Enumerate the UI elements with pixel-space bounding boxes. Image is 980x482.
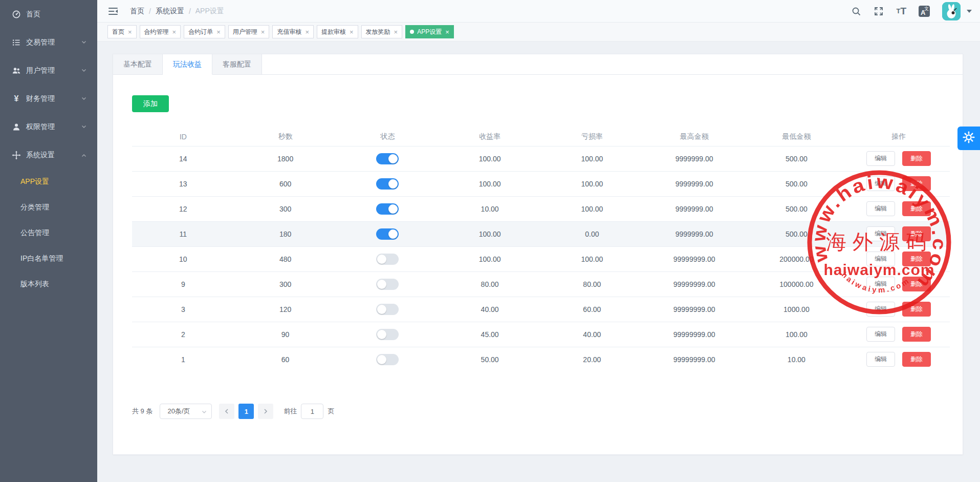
cell-profit-rate: 40.00	[439, 297, 541, 322]
sidebar-item-finance[interactable]: ¥ 财务管理	[0, 85, 97, 113]
delete-button[interactable]: 删除	[902, 302, 931, 317]
avatar[interactable]	[942, 2, 961, 20]
table-row: 13 600 100.00 100.00 9999999.00 500.00 编…	[132, 171, 950, 196]
tag-close-icon[interactable]: ×	[261, 29, 265, 35]
font-size-icon[interactable]: TT	[896, 6, 906, 16]
status-toggle[interactable]	[376, 254, 399, 265]
fullscreen-icon[interactable]	[874, 6, 884, 16]
theme-settings-button[interactable]	[957, 127, 980, 150]
sidebar-item-announcement[interactable]: 公告管理	[0, 220, 97, 246]
status-toggle[interactable]	[376, 329, 399, 340]
cell-profit-rate: 80.00	[439, 271, 541, 297]
edit-button[interactable]: 编辑	[866, 201, 895, 216]
sidebar-item-users[interactable]: 用户管理	[0, 56, 97, 85]
prev-page-button[interactable]	[219, 404, 234, 419]
sidebar-item-ip-whitelist[interactable]: IP白名单管理	[0, 246, 97, 271]
cell-loss-rate: 40.00	[541, 322, 643, 347]
edit-button[interactable]: 编辑	[866, 327, 895, 342]
table-row: 2 90 45.00 40.00 99999999.00 100.00 编辑 删…	[132, 322, 950, 347]
pagination: 共 9 条 20条/页 1 前往 页	[132, 404, 950, 419]
delete-button[interactable]: 删除	[902, 252, 931, 266]
edit-button[interactable]: 编辑	[866, 176, 895, 191]
tag-close-icon[interactable]: ×	[445, 29, 449, 35]
nav-tag[interactable]: 发放奖励 ×	[361, 25, 403, 38]
caret-down-icon[interactable]	[967, 10, 972, 13]
main-area: 首页 / 系统设置 / APP设置 TT A文	[97, 0, 980, 482]
cell-seconds: 60	[234, 347, 337, 372]
sidebar-menu: 首页 交易管理 用户管理 ¥ 财务管理	[0, 0, 97, 297]
tab-play-profit[interactable]: 玩法收益	[163, 54, 212, 75]
translate-icon[interactable]: A文	[919, 6, 930, 17]
tag-close-icon[interactable]: ×	[128, 29, 132, 35]
toggle-knob	[388, 229, 398, 239]
delete-button[interactable]: 删除	[902, 352, 931, 367]
sidebar-item-permission[interactable]: 权限管理	[0, 113, 97, 141]
delete-button[interactable]: 删除	[902, 201, 931, 216]
sidebar-collapse-icon[interactable]	[107, 6, 119, 17]
edit-button[interactable]: 编辑	[866, 302, 895, 317]
nav-tag[interactable]: 合约订单 ×	[184, 25, 225, 38]
nav-tag[interactable]: 首页 ×	[107, 25, 137, 38]
page-size-select[interactable]: 20条/页	[160, 404, 212, 419]
nav-tag[interactable]: 合约管理 ×	[140, 25, 181, 38]
sidebar-item-category[interactable]: 分类管理	[0, 195, 97, 220]
nav-tag[interactable]: 提款审核 ×	[317, 25, 358, 38]
tag-close-icon[interactable]: ×	[350, 29, 354, 35]
cell-actions: 编辑 删除	[847, 196, 950, 221]
edit-button[interactable]: 编辑	[866, 151, 895, 166]
status-toggle[interactable]	[376, 354, 399, 365]
cell-profit-rate: 100.00	[439, 171, 541, 196]
tab-basic-config[interactable]: 基本配置	[113, 54, 163, 75]
tab-customer-service[interactable]: 客服配置	[212, 54, 262, 75]
cell-id: 1	[132, 347, 234, 372]
tag-close-icon[interactable]: ×	[172, 29, 177, 35]
edit-button[interactable]: 编辑	[866, 352, 895, 367]
delete-button[interactable]: 删除	[902, 226, 931, 241]
status-toggle[interactable]	[376, 203, 399, 215]
chevron-down-icon	[201, 409, 207, 416]
sidebar-item-trade[interactable]: 交易管理	[0, 28, 97, 56]
goto-page-input[interactable]	[301, 404, 323, 419]
edit-button[interactable]: 编辑	[866, 277, 895, 291]
delete-button[interactable]: 删除	[902, 277, 931, 291]
nav-tag[interactable]: 用户管理 ×	[228, 25, 270, 38]
cell-actions: 编辑 删除	[847, 297, 950, 322]
breadcrumb-section[interactable]: 系统设置	[156, 7, 184, 16]
search-icon[interactable]	[851, 6, 861, 16]
breadcrumb-home[interactable]: 首页	[130, 7, 144, 16]
cell-max-amount: 99999999.00	[643, 297, 746, 322]
cell-max-amount: 99999999.00	[643, 322, 746, 347]
cell-status	[337, 322, 439, 347]
status-toggle[interactable]	[376, 279, 399, 290]
status-toggle[interactable]	[376, 304, 399, 315]
edit-button[interactable]: 编辑	[866, 252, 895, 266]
table-row: 9 300 80.00 80.00 99999999.00 100000.00 …	[132, 271, 950, 297]
next-page-button[interactable]	[258, 404, 273, 419]
delete-button[interactable]: 删除	[902, 151, 931, 166]
delete-button[interactable]: 删除	[902, 176, 931, 191]
col-header-status: 状态	[337, 128, 439, 146]
cell-loss-rate: 100.00	[541, 196, 643, 221]
sidebar-item-version-list[interactable]: 版本列表	[0, 271, 97, 297]
cell-max-amount: 99999999.00	[643, 246, 746, 271]
tag-close-icon[interactable]: ×	[394, 29, 398, 35]
status-toggle[interactable]	[376, 228, 399, 240]
tag-label: APP设置	[417, 28, 442, 36]
tag-close-icon[interactable]: ×	[305, 29, 309, 35]
delete-button[interactable]: 删除	[902, 327, 931, 342]
cell-loss-rate: 80.00	[541, 271, 643, 297]
chevron-down-icon	[81, 38, 87, 47]
sidebar-item-system[interactable]: 系统设置	[0, 141, 97, 169]
status-toggle[interactable]	[376, 178, 399, 190]
status-toggle[interactable]	[376, 153, 399, 164]
edit-button[interactable]: 编辑	[866, 226, 895, 241]
cell-min-amount: 500.00	[746, 196, 848, 221]
chevron-down-icon	[81, 95, 87, 103]
page-number-1[interactable]: 1	[238, 404, 254, 419]
sidebar-item-home[interactable]: 首页	[0, 0, 97, 28]
nav-tag[interactable]: APP设置 ×	[405, 25, 454, 38]
sidebar-item-app-settings[interactable]: APP设置	[0, 169, 97, 195]
tag-close-icon[interactable]: ×	[216, 29, 221, 35]
nav-tag[interactable]: 充值审核 ×	[272, 25, 314, 38]
add-button[interactable]: 添加	[132, 95, 169, 112]
